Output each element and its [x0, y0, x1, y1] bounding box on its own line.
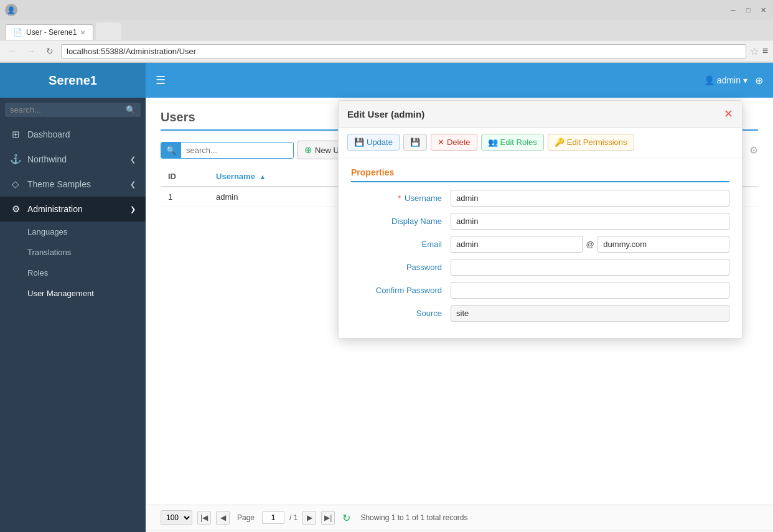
back-button[interactable]: ← — [5, 44, 20, 58]
dialog-body: Properties * Username Display Name — [339, 157, 742, 338]
first-page-button[interactable]: |◀ — [197, 511, 211, 525]
sidebar-search-container: 🔍 — [0, 98, 146, 122]
cell-username: admin — [208, 187, 344, 207]
page-separator: / 1 — [289, 513, 297, 522]
display-name-input[interactable] — [451, 213, 729, 230]
search-input[interactable] — [181, 142, 293, 158]
app-layout: Serene1 🔍 ⊞ Dashboard ⚓ Northwind ❮ ◇ Th… — [0, 63, 773, 532]
source-label: Source — [351, 309, 451, 318]
confirm-password-input[interactable] — [451, 282, 729, 299]
delete-button[interactable]: ✕ Delete — [431, 134, 477, 151]
sort-icon: ▲ — [260, 173, 266, 180]
sidebar-item-label: Roles — [27, 268, 48, 278]
page-input[interactable] — [262, 511, 284, 524]
tab-title: User - Serene1 — [26, 28, 77, 37]
sidebar-search-input[interactable] — [10, 105, 126, 114]
url-input[interactable] — [61, 44, 746, 58]
chevron-down-icon: ❯ — [130, 205, 136, 213]
email-group: @ — [451, 236, 729, 253]
next-page-button[interactable]: ▶ — [302, 511, 316, 525]
sidebar-item-translations[interactable]: Translations — [0, 242, 146, 263]
edit-roles-button[interactable]: 👥 Edit Roles — [481, 134, 544, 151]
sidebar-item-administration[interactable]: ⚙ Administration ❯ — [0, 197, 146, 222]
at-sign: @ — [586, 240, 594, 249]
page-label: Page — [237, 513, 255, 522]
minimize-button[interactable]: ─ — [728, 5, 738, 15]
sidebar-item-user-management[interactable]: User Management — [0, 283, 146, 304]
section-title: Properties — [351, 167, 729, 182]
last-page-button[interactable]: ▶| — [321, 511, 335, 525]
sidebar-item-label: User Management — [27, 289, 94, 298]
email-row: Email @ — [351, 236, 729, 253]
dialog-header: Edit User (admin) ✕ — [339, 101, 742, 128]
bookmark-icon[interactable]: ☆ — [750, 45, 759, 57]
sidebar-item-northwind[interactable]: ⚓ Northwind ❮ — [0, 147, 146, 172]
display-name-label: Display Name — [351, 217, 451, 226]
title-buttons: ─ □ ✕ — [728, 5, 768, 15]
permissions-icon: 🔑 — [555, 138, 565, 147]
topbar: ☰ 👤 admin ▾ ⊕ — [146, 63, 773, 98]
address-bar: ← → ↻ ☆ ≡ — [0, 40, 773, 62]
restore-button[interactable]: □ — [743, 5, 753, 15]
reload-button[interactable]: ↻ — [42, 44, 57, 58]
cell-id: 1 — [161, 187, 208, 207]
username-row: * Username — [351, 190, 729, 207]
tab-favicon: 📄 — [13, 28, 22, 37]
sidebar-item-label: Dashboard — [27, 129, 70, 139]
sidebar-item-label: Languages — [27, 227, 67, 236]
sidebar-search-inner: 🔍 — [5, 103, 141, 117]
prev-page-button[interactable]: ◀ — [216, 511, 230, 525]
close-button[interactable]: ✕ — [758, 5, 768, 15]
title-bar: 👤 ─ □ ✕ — [0, 0, 773, 20]
topbar-right: 👤 admin ▾ ⊕ — [704, 75, 763, 86]
col-id[interactable]: ID — [161, 167, 208, 187]
sidebar-item-theme-samples[interactable]: ◇ Theme Samples ❮ — [0, 172, 146, 197]
search-box: 🔍 — [161, 142, 294, 159]
forward-button[interactable]: → — [24, 44, 39, 58]
sidebar-brand: Serene1 — [0, 63, 146, 98]
sidebar-item-roles[interactable]: Roles — [0, 263, 146, 283]
new-tab-button[interactable] — [96, 22, 121, 40]
password-input[interactable] — [451, 259, 729, 276]
user-label: admin — [717, 75, 741, 85]
main-content: Users 🔍 ⊕ New User ↻ Refresh — [146, 98, 773, 530]
chevron-down-icon: ▾ — [743, 75, 747, 85]
display-name-row: Display Name — [351, 213, 729, 230]
sidebar-item-label: Administration — [27, 204, 83, 214]
disk-icon: 💾 — [410, 138, 420, 147]
password-row: Password — [351, 259, 729, 276]
update-button[interactable]: 💾 Update — [347, 134, 400, 151]
save-icon: 💾 — [354, 138, 364, 147]
email-domain-input[interactable] — [597, 236, 729, 253]
email-local-input[interactable] — [451, 236, 583, 253]
hamburger-icon[interactable]: ☰ — [156, 73, 166, 87]
page-info: Showing 1 to 1 of 1 total records — [360, 513, 467, 522]
edit-permissions-button[interactable]: 🔑 Edit Permissions — [548, 134, 634, 151]
share-icon[interactable]: ⊕ — [755, 75, 763, 86]
user-icon: 👤 — [704, 75, 714, 85]
confirm-password-row: Confirm Password — [351, 282, 729, 299]
per-page-select[interactable]: 100 25 50 200 — [161, 510, 192, 525]
sidebar-item-dashboard[interactable]: ⊞ Dashboard — [0, 122, 146, 147]
source-row: Source — [351, 305, 729, 322]
main-body: Users 🔍 ⊕ New User ↻ Refresh — [146, 98, 773, 505]
tab-close-button[interactable]: ✕ — [80, 29, 85, 36]
dialog-toolbar: 💾 Update 💾 ✕ Delete 👥 Edit Roles — [339, 128, 742, 157]
username-input[interactable] — [451, 190, 729, 207]
sidebar-item-languages[interactable]: Languages — [0, 222, 146, 242]
columns-icon[interactable]: ⚙ — [749, 144, 758, 156]
browser-menu-icon[interactable]: ≡ — [762, 45, 768, 57]
refresh-pager-icon[interactable]: ↻ — [342, 512, 350, 524]
topbar-left: ☰ — [156, 73, 166, 87]
dialog-close-button[interactable]: ✕ — [724, 107, 733, 121]
password-label: Password — [351, 263, 451, 272]
chevron-right-icon: ❮ — [130, 156, 136, 164]
dialog-title: Edit User (admin) — [347, 109, 424, 119]
user-menu[interactable]: 👤 admin ▾ — [704, 75, 747, 85]
sidebar: Serene1 🔍 ⊞ Dashboard ⚓ Northwind ❮ ◇ Th… — [0, 63, 146, 532]
save-icon-button[interactable]: 💾 — [403, 134, 427, 151]
theme-icon: ◇ — [10, 179, 21, 190]
active-tab[interactable]: 📄 User - Serene1 ✕ — [5, 24, 93, 40]
roles-icon: 👥 — [488, 138, 498, 147]
col-username[interactable]: Username ▲ — [208, 167, 344, 187]
